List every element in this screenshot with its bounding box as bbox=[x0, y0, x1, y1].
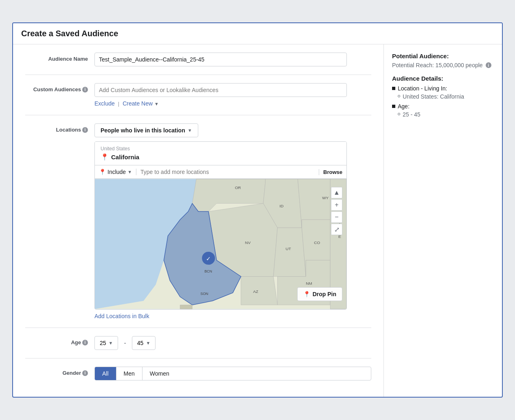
map-zoom-out-button[interactable]: − bbox=[331, 211, 342, 223]
svg-marker-13 bbox=[180, 305, 192, 309]
drop-pin-icon: 📍 bbox=[303, 291, 310, 297]
svg-marker-7 bbox=[274, 228, 306, 277]
audience-details-list: Location - Living In: United States: Cal… bbox=[392, 85, 494, 119]
gender-button-group: All Men Women bbox=[94, 367, 371, 380]
custom-audiences-label: Custom Audiences i bbox=[25, 83, 94, 92]
create-new-chevron-icon: ▼ bbox=[154, 101, 159, 106]
age-label: Age i bbox=[25, 336, 94, 345]
potential-reach-info-icon[interactable]: i bbox=[486, 62, 491, 68]
age-min-dropdown[interactable]: 25 ▼ bbox=[94, 336, 118, 350]
age-dash: - bbox=[122, 339, 127, 347]
location-sub-item: United States: California bbox=[398, 93, 464, 100]
age-info-icon[interactable]: i bbox=[82, 340, 88, 345]
location-sub-list: United States: California bbox=[398, 93, 464, 100]
modal-title: Create a Saved Audience bbox=[21, 29, 494, 38]
audience-name-row: Audience Name bbox=[25, 53, 371, 75]
location-type-button[interactable]: People who live in this location ▼ bbox=[94, 123, 198, 137]
map-zoom-in-button[interactable]: + bbox=[331, 199, 342, 211]
potential-audience-title: Potential Audience: bbox=[392, 53, 494, 59]
svg-text:UT: UT bbox=[285, 246, 291, 251]
svg-text:OR: OR bbox=[235, 185, 241, 190]
locations-row: Locations i People who live in this loca… bbox=[25, 123, 371, 328]
divider: | bbox=[118, 101, 119, 107]
gender-row: Gender i All Men Women bbox=[25, 367, 371, 389]
custom-audiences-input[interactable] bbox=[94, 83, 347, 97]
age-field: 25 ▼ - 45 ▼ bbox=[94, 336, 371, 350]
gender-women-button[interactable]: Women bbox=[142, 367, 177, 380]
create-new-button[interactable]: Create New ▼ bbox=[123, 100, 159, 107]
age-controls: 25 ▼ - 45 ▼ bbox=[94, 336, 371, 350]
age-sub-item: 25 - 45 bbox=[398, 111, 421, 118]
gender-men-button[interactable]: Men bbox=[116, 367, 142, 380]
gender-all-button[interactable]: All bbox=[95, 367, 116, 380]
age-detail-item: Age: 25 - 45 bbox=[392, 103, 494, 119]
bullet-square-icon bbox=[392, 87, 395, 90]
custom-audiences-row: Custom Audiences i Exclude | Create New … bbox=[25, 83, 371, 115]
potential-reach: Potential Reach: 15,000,000 people i bbox=[392, 62, 494, 68]
exclude-button[interactable]: Exclude bbox=[94, 100, 115, 107]
age-sub-bullet-icon bbox=[398, 113, 400, 115]
svg-marker-6 bbox=[241, 277, 278, 305]
include-chevron-icon: ▼ bbox=[127, 169, 132, 174]
map-scroll-up-button[interactable]: ▲ bbox=[331, 187, 342, 198]
sub-bullet-icon bbox=[398, 95, 400, 97]
age-detail-content: Age: 25 - 45 bbox=[398, 103, 421, 119]
location-state: 📍 California bbox=[101, 153, 341, 161]
modal-header: Create a Saved Audience bbox=[13, 23, 502, 44]
location-search-input[interactable] bbox=[136, 169, 319, 175]
svg-text:BCN: BCN bbox=[204, 269, 212, 273]
age-min-chevron-icon: ▼ bbox=[109, 341, 113, 345]
gender-field: All Men Women bbox=[94, 367, 371, 380]
add-locations-bulk-link[interactable]: Add Locations in Bulk bbox=[94, 313, 371, 319]
svg-text:CO: CO bbox=[314, 240, 320, 245]
age-max-dropdown[interactable]: 45 ▼ bbox=[132, 336, 156, 350]
location-selected: United States 📍 California bbox=[95, 142, 346, 165]
age-bullet-square-icon bbox=[392, 105, 395, 108]
custom-audiences-info-icon[interactable]: i bbox=[82, 87, 88, 92]
svg-text:NV: NV bbox=[245, 240, 251, 245]
map-container: OR ID WY UT CO NV AZ NM NI A O bbox=[95, 179, 346, 309]
create-audience-modal: Create a Saved Audience Audience Name Cu… bbox=[12, 22, 503, 398]
locations-field: People who live in this location ▼ Unite… bbox=[94, 123, 371, 319]
svg-text:SON: SON bbox=[200, 292, 208, 296]
location-detail-item: Location - Living In: United States: Cal… bbox=[392, 85, 494, 101]
main-content: Audience Name Custom Audiences i Exclude… bbox=[13, 44, 384, 397]
age-row: Age i 25 ▼ - 45 ▼ bbox=[25, 336, 371, 358]
svg-text:WY: WY bbox=[322, 196, 329, 200]
audience-actions: Exclude | Create New ▼ bbox=[94, 100, 371, 107]
gender-label: Gender i bbox=[25, 367, 94, 376]
custom-audiences-field: Exclude | Create New ▼ bbox=[94, 83, 371, 107]
age-sub-list: 25 - 45 bbox=[398, 111, 421, 118]
audience-details-title: Audience Details: bbox=[392, 75, 494, 82]
location-pin-icon: 📍 bbox=[101, 153, 109, 161]
potential-audience-section: Potential Audience: Potential Reach: 15,… bbox=[392, 53, 494, 68]
map-controls: ▲ + − ⤢ bbox=[331, 187, 342, 235]
include-pin-icon: 📍 bbox=[99, 169, 106, 175]
location-box: United States 📍 California 📍 Include ▼ bbox=[94, 141, 347, 310]
audience-details-section: Audience Details: Location - Living In: … bbox=[392, 75, 494, 119]
browse-button[interactable]: Browse bbox=[319, 169, 342, 175]
age-max-chevron-icon: ▼ bbox=[146, 341, 150, 345]
audience-name-field bbox=[94, 53, 371, 66]
locations-label: Locations i bbox=[25, 123, 94, 133]
svg-text:✓: ✓ bbox=[206, 255, 211, 262]
locations-info-icon[interactable]: i bbox=[82, 127, 88, 133]
location-country: United States bbox=[101, 146, 341, 152]
location-detail-content: Location - Living In: United States: Cal… bbox=[398, 85, 464, 101]
sidebar: Potential Audience: Potential Reach: 15,… bbox=[384, 44, 502, 397]
include-row: 📍 Include ▼ Browse bbox=[95, 165, 346, 179]
svg-text:AZ: AZ bbox=[253, 289, 259, 294]
svg-text:NM: NM bbox=[306, 281, 312, 286]
gender-info-icon[interactable]: i bbox=[82, 370, 88, 376]
audience-name-label: Audience Name bbox=[25, 53, 94, 62]
location-type-chevron-icon: ▼ bbox=[188, 128, 192, 133]
map-fullscreen-button[interactable]: ⤢ bbox=[331, 224, 342, 235]
drop-pin-button[interactable]: 📍 Drop Pin bbox=[297, 287, 342, 301]
audience-name-input[interactable] bbox=[94, 53, 347, 66]
modal-body: Audience Name Custom Audiences i Exclude… bbox=[13, 44, 502, 397]
include-dropdown[interactable]: 📍 Include ▼ bbox=[99, 169, 136, 175]
svg-text:ID: ID bbox=[280, 204, 284, 208]
